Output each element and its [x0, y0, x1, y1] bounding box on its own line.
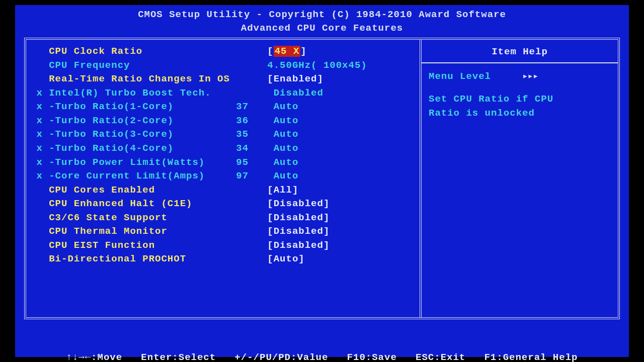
- bracket-open-icon: [: [267, 240, 273, 251]
- footer-line1: ↑↓→←:Move Enter:Select +/-/PU/PD:Value F…: [15, 351, 629, 362]
- header-line1: CMOS Setup Utility - Copyright (C) 1984-…: [15, 8, 629, 22]
- setting-value[interactable]: Disabled: [274, 212, 324, 223]
- setting-label: CPU Clock Ratio: [30, 46, 267, 57]
- settings-panel[interactable]: CPU Clock Ratio [45 X] CPU Frequency 4.5…: [26, 40, 422, 317]
- setting-row[interactable]: x -Turbo Ratio(2-Core) 36 Auto: [30, 114, 414, 128]
- setting-label: C3/C6 State Support: [30, 212, 267, 223]
- setting-label: Bi-Directional PROCHOT: [30, 253, 267, 264]
- bracket-open-icon: [: [267, 226, 273, 237]
- setting-row[interactable]: Real-Time Ratio Changes In OS [Enabled]: [30, 72, 414, 86]
- setting-row[interactable]: x -Core Current Limit(Amps) 97 Auto: [30, 169, 414, 184]
- bracket-close-icon: ]: [292, 185, 298, 196]
- bracket-open-icon: [: [267, 73, 273, 84]
- setting-value[interactable]: Disabled: [274, 226, 324, 237]
- footer: ↑↓→←:Move Enter:Select +/-/PU/PD:Value F…: [15, 323, 629, 362]
- setting-label: x -Core Current Limit(Amps) 97 Auto: [30, 170, 298, 182]
- setting-row[interactable]: C3/C6 State Support [Disabled]: [30, 211, 414, 225]
- help-panel: Item Help Menu Level ▸▸▸ Set CPU Ratio i…: [422, 40, 618, 317]
- header: CMOS Setup Utility - Copyright (C) 1984-…: [15, 8, 629, 35]
- header-line2: Advanced CPU Core Features: [15, 22, 629, 35]
- setting-label: CPU Thermal Monitor: [30, 226, 267, 237]
- setting-label: CPU Cores Enabled: [30, 185, 267, 196]
- setting-label: x -Turbo Ratio(3-Core) 35 Auto: [30, 129, 298, 140]
- bracket-close-icon: ]: [324, 212, 330, 223]
- setting-row[interactable]: x -Turbo Ratio(1-Core) 37 Auto: [30, 100, 414, 114]
- setting-row[interactable]: CPU Clock Ratio [45 X]: [30, 45, 414, 59]
- bracket-close-icon: ]: [298, 253, 304, 264]
- help-divider: [422, 62, 618, 63]
- setting-row[interactable]: x -Turbo Ratio(4-Core) 34 Auto: [30, 142, 414, 156]
- setting-label: x -Turbo Ratio(2-Core) 36 Auto: [30, 115, 298, 126]
- setting-row[interactable]: CPU Enhanced Halt (C1E) [Disabled]: [30, 197, 414, 211]
- bracket-close-icon: ]: [324, 240, 330, 251]
- setting-row[interactable]: Bi-Directional PROCHOT [Auto]: [30, 252, 414, 266]
- setting-label: CPU EIST Function: [30, 240, 267, 251]
- setting-row[interactable]: x -Turbo Ratio(3-Core) 35 Auto: [30, 128, 414, 142]
- bracket-close-icon: ]: [317, 73, 324, 84]
- setting-value[interactable]: Enabled: [274, 73, 317, 84]
- setting-label: x Intel(R) Turbo Boost Tech. Disabled: [30, 87, 324, 99]
- bracket-close-icon: ]: [300, 46, 306, 57]
- setting-label: x -Turbo Ratio(4-Core) 34 Auto: [30, 143, 298, 154]
- menu-level-row: Menu Level ▸▸▸: [429, 69, 611, 84]
- setting-row[interactable]: x -Turbo Power Limit(Watts) 95 Auto: [30, 156, 414, 170]
- menu-level-label: Menu Level: [429, 71, 491, 82]
- setting-label: Real-Time Ratio Changes In OS: [30, 73, 267, 84]
- bracket-open-icon: [: [267, 212, 273, 223]
- help-body: Set CPU Ratio if CPU Ratio is unlocked: [429, 93, 611, 120]
- setting-row[interactable]: CPU Cores Enabled [All]: [30, 184, 414, 198]
- bracket-open-icon: [: [267, 46, 273, 57]
- bracket-close-icon: ]: [324, 226, 330, 237]
- setting-label: x -Turbo Power Limit(Watts) 95 Auto: [30, 157, 298, 168]
- bracket-open-icon: [: [267, 185, 273, 196]
- setting-label: CPU Frequency 4.50GHz( 100x45): [30, 60, 367, 71]
- setting-value[interactable]: Auto: [274, 253, 299, 264]
- help-title: Item Help: [429, 45, 611, 59]
- setting-value[interactable]: All: [274, 185, 292, 196]
- setting-row: CPU Frequency 4.50GHz( 100x45): [30, 59, 414, 73]
- setting-value[interactable]: 45 X: [274, 46, 301, 57]
- setting-row[interactable]: x Intel(R) Turbo Boost Tech. Disabled: [30, 86, 414, 101]
- setting-label: CPU Enhanced Halt (C1E): [30, 198, 267, 209]
- setting-value[interactable]: Disabled: [274, 240, 324, 251]
- setting-label: x -Turbo Ratio(1-Core) 37 Auto: [30, 101, 298, 112]
- bios-screen: CMOS Setup Utility - Copyright (C) 1984-…: [15, 5, 629, 357]
- menu-level-arrows-icon: ▸▸▸: [522, 71, 538, 82]
- content-frame: CPU Clock Ratio [45 X] CPU Frequency 4.5…: [24, 38, 620, 319]
- bracket-close-icon: ]: [324, 198, 330, 209]
- setting-row[interactable]: CPU Thermal Monitor [Disabled]: [30, 225, 414, 239]
- bracket-open-icon: [: [267, 253, 273, 264]
- setting-row[interactable]: CPU EIST Function [Disabled]: [30, 239, 414, 253]
- bracket-open-icon: [: [267, 198, 273, 209]
- setting-value[interactable]: Disabled: [274, 198, 324, 209]
